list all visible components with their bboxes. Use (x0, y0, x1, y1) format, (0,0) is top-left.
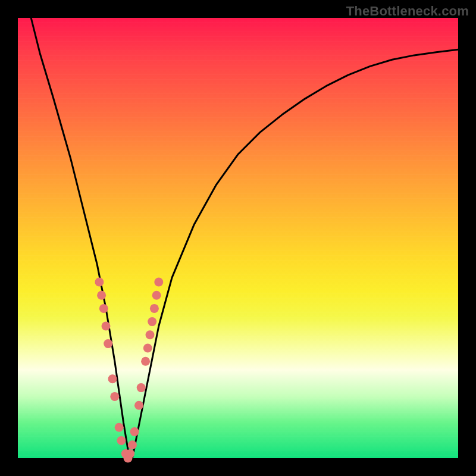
highlight-dot (97, 291, 106, 300)
highlight-dot (95, 278, 104, 287)
highlight-dot (130, 427, 139, 436)
highlight-dot (104, 339, 112, 348)
watermark-text: TheBottleneck.com (346, 4, 469, 19)
bottleneck-curve (31, 18, 458, 458)
highlight-dot (146, 330, 155, 339)
chart-frame: TheBottleneck.com (0, 0, 476, 476)
highlight-dot (110, 392, 119, 401)
plot-area (18, 18, 458, 458)
highlight-dot (143, 344, 152, 353)
highlight-dot (141, 357, 150, 366)
highlight-dot (150, 304, 159, 313)
highlight-dot (137, 383, 146, 392)
highlight-dot (108, 374, 117, 383)
highlight-dot (102, 322, 111, 331)
highlight-dot (128, 440, 137, 449)
highlight-dots (95, 278, 163, 463)
bottleneck-curve-path (31, 18, 458, 458)
highlight-dot (148, 317, 156, 326)
highlight-dot (152, 291, 161, 300)
highlight-dot (117, 436, 126, 445)
highlight-dot (126, 449, 134, 458)
curve-layer (18, 18, 458, 458)
highlight-dot (99, 304, 108, 313)
highlight-dot (115, 423, 124, 432)
highlight-dot (154, 278, 163, 287)
highlight-dot (134, 401, 143, 410)
